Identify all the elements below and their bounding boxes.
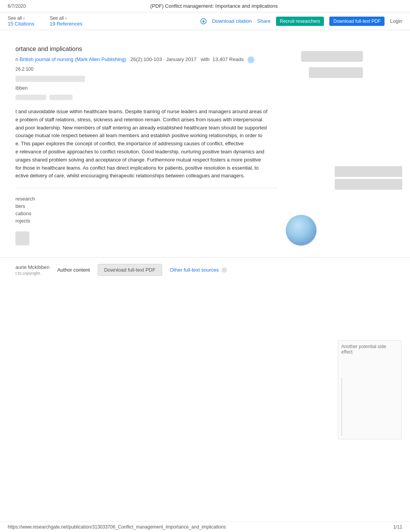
- mid-right-blurred-1: [335, 166, 402, 177]
- nav-bar: See all › 15 Citations See all › 19 Refe…: [0, 12, 410, 30]
- side-effect-text: Another potential side effect: [341, 344, 386, 355]
- avatar-area: [286, 211, 363, 250]
- side-effect-chart: [341, 378, 395, 436]
- recruit-button[interactable]: Recruit researchers: [276, 17, 324, 26]
- references-link[interactable]: 19 References: [50, 21, 83, 27]
- download-citation-icon: [200, 18, 207, 24]
- main-content: ortance and implications n British journ…: [0, 30, 410, 257]
- download-fulltext-button[interactable]: Download full-text PDF: [98, 264, 162, 276]
- profile-blurred-area: [15, 95, 278, 100]
- blurred-bar-1: [15, 95, 46, 100]
- share-button[interactable]: Share: [257, 18, 271, 24]
- stats-members: bers: [15, 203, 278, 209]
- stats-icon-blurred: [15, 231, 29, 245]
- footer-url-text: https://www.researchgate.net/publication…: [8, 524, 226, 530]
- footer-url-bar: https://www.researchgate.net/publication…: [0, 522, 410, 532]
- right-blurred-1: [301, 51, 363, 62]
- mid-right-blurred-2: [335, 179, 402, 190]
- reads-with: with: [198, 56, 213, 62]
- doi-line: 26.2.100: [15, 66, 278, 72]
- other-sources-button[interactable]: Other full-text sources: [170, 267, 227, 273]
- abstract-section: t and unavoidable issue within healthcar…: [15, 108, 278, 180]
- stats-citations: cations: [15, 211, 278, 216]
- sources-icon: [222, 267, 227, 273]
- author-section: ibben: [15, 76, 278, 91]
- citations-link[interactable]: 15 Citations: [8, 21, 34, 27]
- author-blurred-bar: [15, 76, 85, 82]
- separator-1: [15, 188, 278, 188]
- author-name-partial: ibben: [15, 85, 278, 91]
- meta-info: n British journal of nursing (Mark Allen…: [15, 56, 278, 63]
- top-bar: 6/7/2020 (PDF) Conflict management: Impo…: [0, 0, 410, 12]
- author-name-bottom: aurie Mckibben: [15, 264, 49, 270]
- download-pdf-nav-button[interactable]: Download full-text PDF: [329, 17, 385, 26]
- citations-group: See all › 15 Citations: [8, 15, 34, 27]
- journal-volume-date: 26(2):100-103 · January 2017: [130, 56, 197, 62]
- page-title: (PDF) Conflict management: Importance an…: [150, 3, 278, 9]
- mid-right-panel: [335, 166, 402, 190]
- login-button[interactable]: Login: [390, 18, 402, 24]
- author-info-bottom: aurie Mckibben t to copyright.: [15, 264, 49, 275]
- side-effect-panel: Another potential side effect: [338, 340, 402, 439]
- reads-count: 13,407 Reads: [212, 56, 244, 62]
- content-right: [286, 38, 363, 250]
- references-group: See all › 19 References: [50, 15, 83, 27]
- blurred-bar-2: [49, 95, 73, 100]
- reads-avatar: [247, 56, 254, 63]
- abstract-text: t and unavoidable issue within healthcar…: [15, 108, 278, 180]
- nav-actions: Download citation Share Recruit research…: [200, 17, 402, 26]
- journal-meta: [127, 56, 129, 62]
- nav-links: See all › 15 Citations See all › 19 Refe…: [8, 15, 82, 27]
- right-blurred-2: [309, 67, 363, 78]
- references-see-all-label[interactable]: See all ›: [50, 15, 83, 21]
- avatar-image: [286, 215, 317, 246]
- journal-link[interactable]: British journal of nursing (Mark Allen P…: [20, 56, 126, 62]
- copyright-note: t to copyright.: [15, 271, 49, 275]
- citations-see-all-label[interactable]: See all ›: [8, 15, 34, 21]
- right-panel-top: [286, 49, 363, 80]
- stats-research: research: [15, 196, 278, 202]
- date-label: 6/7/2020: [8, 3, 26, 9]
- content-left: ortance and implications n British journ…: [15, 38, 278, 250]
- article-title-partial: ortance and implications: [15, 46, 82, 52]
- journal-prefix: n: [15, 56, 20, 62]
- page-indicator: 1/11: [393, 524, 402, 530]
- bottom-action-bar: aurie Mckibben t to copyright. Author co…: [0, 257, 410, 282]
- author-content-button[interactable]: Author content: [57, 267, 90, 273]
- download-citation-button[interactable]: Download citation: [212, 18, 252, 24]
- stats-section: research bers cations rojects: [15, 196, 278, 224]
- article-title-section: ortance and implications: [15, 46, 278, 53]
- other-sources-label: Other full-text sources: [170, 267, 219, 273]
- stats-projects: rojects: [15, 218, 278, 224]
